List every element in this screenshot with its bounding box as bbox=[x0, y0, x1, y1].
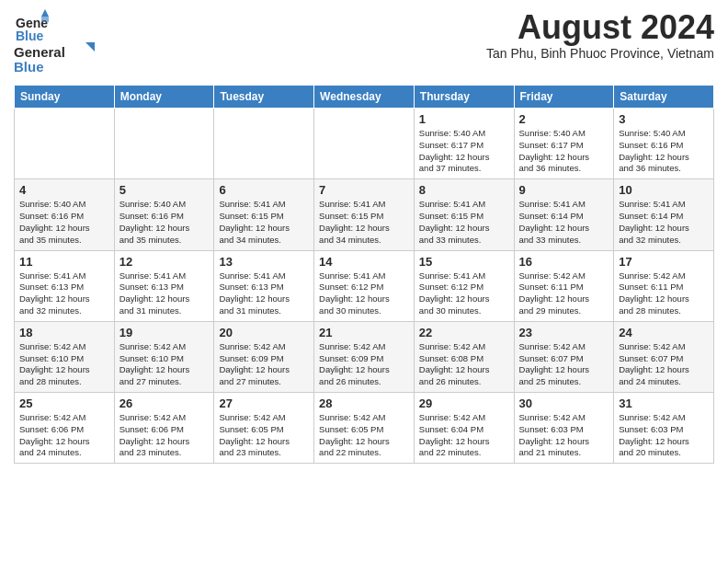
calendar-body: 1Sunrise: 5:40 AM Sunset: 6:17 PM Daylig… bbox=[15, 109, 714, 464]
day-number: 29 bbox=[419, 396, 509, 410]
day-info: Sunrise: 5:41 AM Sunset: 6:15 PM Dayligh… bbox=[219, 199, 309, 246]
day-info: Sunrise: 5:41 AM Sunset: 6:12 PM Dayligh… bbox=[419, 270, 509, 317]
calendar-cell: 6Sunrise: 5:41 AM Sunset: 6:15 PM Daylig… bbox=[214, 179, 314, 250]
calendar-cell: 17Sunrise: 5:42 AM Sunset: 6:11 PM Dayli… bbox=[614, 250, 714, 321]
day-info: Sunrise: 5:42 AM Sunset: 6:07 PM Dayligh… bbox=[519, 341, 609, 388]
day-info: Sunrise: 5:42 AM Sunset: 6:03 PM Dayligh… bbox=[619, 412, 709, 459]
day-info: Sunrise: 5:41 AM Sunset: 6:13 PM Dayligh… bbox=[219, 270, 309, 317]
day-info: Sunrise: 5:41 AM Sunset: 6:15 PM Dayligh… bbox=[419, 199, 509, 246]
day-number: 8 bbox=[419, 183, 509, 197]
day-number: 21 bbox=[319, 326, 409, 339]
day-info: Sunrise: 5:42 AM Sunset: 6:06 PM Dayligh… bbox=[119, 412, 210, 459]
day-info: Sunrise: 5:42 AM Sunset: 6:09 PM Dayligh… bbox=[219, 341, 309, 388]
day-number: 10 bbox=[619, 183, 709, 197]
day-number: 19 bbox=[119, 326, 210, 339]
day-info: Sunrise: 5:42 AM Sunset: 6:10 PM Dayligh… bbox=[119, 341, 210, 388]
day-of-week-header: Wednesday bbox=[314, 86, 415, 109]
day-number: 12 bbox=[119, 255, 210, 269]
calendar-cell: 3Sunrise: 5:40 AM Sunset: 6:16 PM Daylig… bbox=[614, 109, 714, 179]
calendar-cell: 22Sunrise: 5:42 AM Sunset: 6:08 PM Dayli… bbox=[414, 321, 514, 392]
calendar-cell: 10Sunrise: 5:41 AM Sunset: 6:14 PM Dayli… bbox=[614, 179, 714, 250]
day-number: 20 bbox=[219, 326, 309, 339]
calendar-week-row: 18Sunrise: 5:42 AM Sunset: 6:10 PM Dayli… bbox=[15, 321, 714, 392]
day-info: Sunrise: 5:42 AM Sunset: 6:08 PM Dayligh… bbox=[419, 341, 509, 388]
calendar-cell: 2Sunrise: 5:40 AM Sunset: 6:17 PM Daylig… bbox=[514, 109, 614, 179]
day-number: 30 bbox=[519, 396, 609, 410]
svg-marker-2 bbox=[41, 9, 49, 17]
calendar-cell: 28Sunrise: 5:42 AM Sunset: 6:05 PM Dayli… bbox=[314, 393, 415, 464]
calendar-cell: 7Sunrise: 5:41 AM Sunset: 6:15 PM Daylig… bbox=[314, 179, 415, 250]
day-number: 28 bbox=[319, 396, 409, 410]
calendar-cell bbox=[15, 109, 115, 179]
day-of-week-header: Saturday bbox=[614, 86, 714, 109]
day-number: 5 bbox=[119, 183, 210, 197]
day-number: 2 bbox=[519, 112, 609, 126]
logo: General Blue General Blue bbox=[14, 9, 97, 79]
calendar-cell: 8Sunrise: 5:41 AM Sunset: 6:15 PM Daylig… bbox=[414, 179, 514, 250]
calendar-cell: 11Sunrise: 5:41 AM Sunset: 6:13 PM Dayli… bbox=[15, 250, 115, 321]
day-number: 14 bbox=[319, 255, 409, 269]
day-number: 15 bbox=[419, 255, 509, 269]
svg-marker-3 bbox=[41, 17, 49, 22]
calendar-cell: 14Sunrise: 5:41 AM Sunset: 6:12 PM Dayli… bbox=[314, 250, 415, 321]
svg-text:General: General bbox=[14, 44, 65, 60]
svg-marker-6 bbox=[85, 42, 95, 52]
day-number: 1 bbox=[419, 112, 509, 126]
day-info: Sunrise: 5:42 AM Sunset: 6:07 PM Dayligh… bbox=[619, 341, 709, 388]
calendar-cell: 23Sunrise: 5:42 AM Sunset: 6:07 PM Dayli… bbox=[514, 321, 614, 392]
calendar-cell: 27Sunrise: 5:42 AM Sunset: 6:05 PM Dayli… bbox=[214, 393, 314, 464]
day-info: Sunrise: 5:40 AM Sunset: 6:17 PM Dayligh… bbox=[519, 128, 609, 175]
day-number: 4 bbox=[19, 183, 109, 197]
calendar-cell: 9Sunrise: 5:41 AM Sunset: 6:14 PM Daylig… bbox=[514, 179, 614, 250]
logo-text-svg: General Blue bbox=[14, 40, 97, 75]
day-info: Sunrise: 5:42 AM Sunset: 6:11 PM Dayligh… bbox=[619, 270, 709, 317]
day-number: 18 bbox=[19, 326, 109, 339]
day-info: Sunrise: 5:41 AM Sunset: 6:14 PM Dayligh… bbox=[519, 199, 609, 246]
logo-icon: General Blue bbox=[14, 9, 49, 44]
day-info: Sunrise: 5:40 AM Sunset: 6:16 PM Dayligh… bbox=[119, 199, 210, 246]
day-info: Sunrise: 5:41 AM Sunset: 6:13 PM Dayligh… bbox=[119, 270, 210, 317]
calendar-cell: 12Sunrise: 5:41 AM Sunset: 6:13 PM Dayli… bbox=[114, 250, 214, 321]
day-info: Sunrise: 5:42 AM Sunset: 6:09 PM Dayligh… bbox=[319, 341, 409, 388]
calendar-week-row: 11Sunrise: 5:41 AM Sunset: 6:13 PM Dayli… bbox=[15, 250, 714, 321]
day-number: 9 bbox=[519, 183, 609, 197]
calendar-cell: 15Sunrise: 5:41 AM Sunset: 6:12 PM Dayli… bbox=[414, 250, 514, 321]
day-info: Sunrise: 5:42 AM Sunset: 6:05 PM Dayligh… bbox=[219, 412, 309, 459]
calendar-cell bbox=[314, 109, 415, 179]
calendar-cell: 29Sunrise: 5:42 AM Sunset: 6:04 PM Dayli… bbox=[414, 393, 514, 464]
day-number: 3 bbox=[619, 112, 709, 126]
day-number: 11 bbox=[19, 255, 109, 269]
calendar-cell: 21Sunrise: 5:42 AM Sunset: 6:09 PM Dayli… bbox=[314, 321, 415, 392]
calendar-cell: 30Sunrise: 5:42 AM Sunset: 6:03 PM Dayli… bbox=[514, 393, 614, 464]
calendar-cell: 18Sunrise: 5:42 AM Sunset: 6:10 PM Dayli… bbox=[15, 321, 115, 392]
svg-text:Blue: Blue bbox=[14, 59, 44, 75]
day-number: 23 bbox=[519, 326, 609, 339]
day-info: Sunrise: 5:40 AM Sunset: 6:17 PM Dayligh… bbox=[419, 128, 509, 175]
day-info: Sunrise: 5:42 AM Sunset: 6:04 PM Dayligh… bbox=[419, 412, 509, 459]
day-info: Sunrise: 5:42 AM Sunset: 6:06 PM Dayligh… bbox=[19, 412, 109, 459]
calendar-cell bbox=[114, 109, 214, 179]
day-of-week-header: Thursday bbox=[414, 86, 514, 109]
page-header: General Blue General Blue August 2024 Ta… bbox=[14, 9, 714, 79]
calendar-cell: 25Sunrise: 5:42 AM Sunset: 6:06 PM Dayli… bbox=[15, 393, 115, 464]
day-of-week-header: Tuesday bbox=[214, 86, 314, 109]
calendar-week-row: 4Sunrise: 5:40 AM Sunset: 6:16 PM Daylig… bbox=[15, 179, 714, 250]
main-title: August 2024 bbox=[486, 9, 714, 46]
day-info: Sunrise: 5:42 AM Sunset: 6:03 PM Dayligh… bbox=[519, 412, 609, 459]
subtitle: Tan Phu, Binh Phuoc Province, Vietnam bbox=[486, 46, 714, 61]
calendar-cell: 5Sunrise: 5:40 AM Sunset: 6:16 PM Daylig… bbox=[114, 179, 214, 250]
calendar-cell: 1Sunrise: 5:40 AM Sunset: 6:17 PM Daylig… bbox=[414, 109, 514, 179]
calendar-cell: 19Sunrise: 5:42 AM Sunset: 6:10 PM Dayli… bbox=[114, 321, 214, 392]
calendar-header: SundayMondayTuesdayWednesdayThursdayFrid… bbox=[15, 86, 714, 109]
calendar-cell: 4Sunrise: 5:40 AM Sunset: 6:16 PM Daylig… bbox=[15, 179, 115, 250]
day-number: 27 bbox=[219, 396, 309, 410]
day-of-week-header: Sunday bbox=[15, 86, 115, 109]
day-number: 6 bbox=[219, 183, 309, 197]
day-number: 22 bbox=[419, 326, 509, 339]
calendar-cell: 16Sunrise: 5:42 AM Sunset: 6:11 PM Dayli… bbox=[514, 250, 614, 321]
day-number: 7 bbox=[319, 183, 409, 197]
day-info: Sunrise: 5:40 AM Sunset: 6:16 PM Dayligh… bbox=[619, 128, 709, 175]
title-block: August 2024 Tan Phu, Binh Phuoc Province… bbox=[486, 9, 714, 61]
day-number: 31 bbox=[619, 396, 709, 410]
day-info: Sunrise: 5:40 AM Sunset: 6:16 PM Dayligh… bbox=[19, 199, 109, 246]
